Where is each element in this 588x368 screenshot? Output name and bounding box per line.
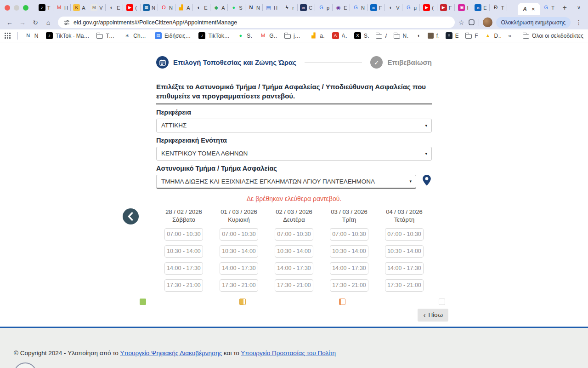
minimize-window-button[interactable] (14, 5, 19, 11)
browser-tab[interactable]: ◐E (193, 0, 210, 15)
bookmark-label: fut (436, 33, 439, 39)
time-slot-button[interactable]: 07:00 - 10:30 (220, 228, 258, 241)
bookmark-item[interactable]: AI (376, 33, 386, 39)
bookmark-item[interactable]: ●Spot (237, 32, 253, 39)
time-slot-button[interactable]: 10:30 - 14:00 (330, 245, 368, 258)
bookmark-item[interactable]: NΝέα (25, 32, 39, 39)
browser-tab[interactable]: inE (472, 0, 489, 15)
browser-tab[interactable]: Gμ (402, 0, 419, 15)
time-slot-button[interactable]: 17:30 - 21:00 (385, 279, 424, 292)
ministry-citizen-protection-link[interactable]: Υπουργείο Προστασίας του Πολίτη (241, 350, 336, 356)
browser-tab[interactable]: ●S (228, 0, 245, 15)
browser-tab[interactable]: ▶F (437, 0, 454, 15)
all-bookmarks-folder[interactable]: Όλοι οι σελιδοδείκτες (523, 33, 583, 39)
time-slot-button[interactable]: 10:30 - 14:00 (275, 245, 313, 258)
time-slot-button[interactable]: 07:00 - 10:30 (330, 228, 368, 241)
bookmark-item[interactable]: ♪TikTok - Make You... (46, 32, 90, 39)
bookmark-item[interactable]: MGmail (260, 32, 277, 39)
bookmarks-overflow-icon[interactable]: » (508, 32, 511, 39)
region-select[interactable]: ΑΤΤΙΚΗΣ ▾ (156, 119, 432, 132)
bookmark-item[interactable]: ▲Drive (485, 32, 501, 39)
time-slot-button[interactable]: 10:30 - 14:00 (385, 245, 424, 258)
tab-title: T (501, 5, 504, 11)
browser-tab[interactable]: NN (245, 0, 262, 15)
browser-tab[interactable]: imC (298, 0, 315, 15)
browser-tab[interactable]: inF (368, 0, 384, 15)
day-column: 04 / 03 / 2026Τετάρτη07:00 - 10:3010:30 … (377, 208, 432, 292)
browser-tab[interactable]: ◆A (210, 0, 227, 15)
location-pin-icon[interactable] (422, 174, 432, 186)
bookmark-item[interactable]: ◐ (416, 32, 421, 39)
bookmark-item[interactable]: ♪TikTok Studio (198, 32, 230, 39)
close-tab-icon[interactable]: × (531, 6, 535, 12)
extensions-icon[interactable] (468, 19, 475, 26)
time-slot-button[interactable]: 14:00 - 17:30 (164, 262, 203, 275)
browser-tab[interactable]: KA (71, 0, 88, 15)
browser-tab[interactable]: MH (53, 0, 70, 15)
time-slot-button[interactable]: 17:30 - 21:00 (330, 279, 368, 292)
ministry-digital-governance-link[interactable]: Υπουργείο Ψηφιακής Διακυβέρνησης (120, 350, 222, 356)
browser-tab[interactable]: MV (88, 0, 105, 15)
time-slot-button[interactable]: 10:30 - 14:00 (220, 245, 258, 258)
bookmark-item[interactable]: ∗ChatGPT (124, 32, 148, 39)
bookmark-item[interactable]: Next (394, 33, 409, 39)
browser-tab[interactable]: ▶( (123, 0, 140, 15)
url-text[interactable]: eid.gov.gr/appointments#/PoliceCitizenAp… (74, 19, 237, 26)
time-slot-button[interactable]: 07:00 - 10:30 (164, 228, 203, 241)
forward-icon[interactable]: → (17, 19, 28, 26)
time-slot-button[interactable]: 17:30 - 21:00 (220, 279, 258, 292)
police-station-select[interactable]: ΤΜΗΜΑ ΔΙΩΞΗΣ ΚΑΙ ΕΞΙΧΝΙΑΣΗΣ ΕΓΚΛΗΜΑΤΩΝ Α… (156, 175, 416, 189)
time-slot-button[interactable]: 14:00 - 17:30 (385, 262, 424, 275)
browser-tab[interactable]: ▟A (175, 0, 192, 15)
zoom-window-button[interactable] (23, 5, 28, 11)
active-browser-tab[interactable]: A × (518, 3, 540, 15)
bookmark-star-icon[interactable]: ☆ (458, 19, 464, 26)
browser-tab[interactable]: ◉E (333, 0, 350, 15)
browser-tab[interactable]: ϟr (280, 0, 297, 15)
bookmark-item[interactable]: ▟anal (310, 32, 325, 39)
bookmark-item[interactable]: ≡EO (446, 32, 458, 39)
profile-avatar[interactable] (483, 17, 492, 27)
browser-menu-icon[interactable]: ⋮ (574, 19, 583, 26)
new-tab-button[interactable]: + (557, 4, 572, 12)
bookmark-item[interactable]: XS+T (354, 32, 369, 39)
bookmark-item[interactable]: fut (428, 33, 439, 39)
time-slot-button[interactable]: 14:00 - 17:30 (330, 262, 368, 275)
chrome-update-button[interactable]: Ολοκλήρωση ενημέρωσης (496, 17, 571, 28)
back-button[interactable]: ‹ Πίσω (418, 309, 448, 322)
tab-search-chevron-icon[interactable]: ∨ (572, 5, 585, 11)
time-slot-button[interactable]: 14:00 - 17:30 (275, 262, 313, 275)
browser-tab-google[interactable]: G T (540, 0, 557, 15)
browser-tab[interactable]: ♪T (36, 0, 53, 15)
browser-tab[interactable]: ◐E (106, 0, 123, 15)
bookmark-item[interactable]: FY (465, 33, 477, 39)
time-slot-button[interactable]: 17:30 - 21:00 (275, 279, 313, 292)
browser-tab[interactable]: Gp (315, 0, 332, 15)
site-settings-icon[interactable] (63, 19, 70, 26)
regional-unit-select[interactable]: ΚΕΝΤΡΙΚΟΥ ΤΟΜΕΑ ΑΘΗΝΩΝ ▾ (156, 147, 432, 161)
time-slot-button[interactable]: 17:30 - 21:00 (164, 279, 203, 292)
browser-tab[interactable]: GN (350, 0, 367, 15)
back-icon[interactable]: ← (4, 19, 16, 26)
address-bar[interactable]: eid.gov.gr/appointments#/PoliceCitizenAp… (58, 17, 455, 28)
browser-tab[interactable]: ▤H (263, 0, 280, 15)
time-slot-button[interactable]: 10:30 - 14:00 (164, 245, 203, 258)
bookmark-item[interactable]: judoka (284, 33, 303, 39)
home-icon[interactable]: ⌂ (42, 19, 54, 26)
browser-tab[interactable]: ÐT (490, 0, 507, 15)
browser-tab[interactable]: ◐V (385, 0, 402, 15)
time-slot-button[interactable]: 14:00 - 17:30 (220, 262, 258, 275)
bookmark-item[interactable]: AAPE (332, 32, 347, 39)
reload-icon[interactable]: ↻ (29, 19, 41, 26)
browser-tab[interactable]: ▦N (141, 0, 158, 15)
browser-tab[interactable]: ON (158, 0, 175, 15)
time-slot-button[interactable]: 07:00 - 10:30 (385, 228, 424, 241)
browser-tab[interactable]: ▶( (420, 0, 437, 15)
previous-week-button[interactable] (123, 208, 139, 224)
close-window-button[interactable] (5, 5, 10, 11)
apps-grid-icon[interactable] (5, 33, 11, 39)
browser-tab[interactable]: ▣I (455, 0, 472, 15)
time-slot-button[interactable]: 07:00 - 10:30 (275, 228, 313, 241)
bookmark-item[interactable]: TANEA (96, 33, 117, 39)
bookmark-item[interactable]: ▤Ειδήσεις Google (155, 32, 192, 39)
